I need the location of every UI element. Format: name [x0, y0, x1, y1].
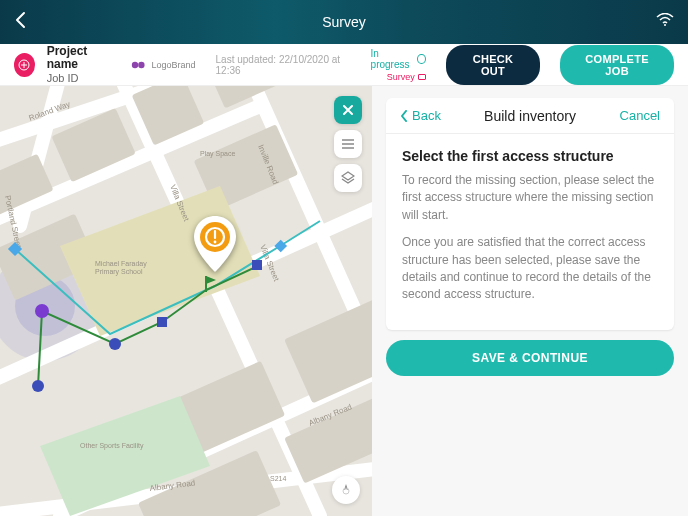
svg-rect-33 — [252, 260, 262, 270]
save-continue-button[interactable]: SAVE & CONTINUE — [386, 340, 674, 376]
svg-point-0 — [664, 24, 666, 26]
card-title: Build inventory — [484, 108, 576, 124]
inventory-card: Back Build inventory Cancel Select the f… — [386, 98, 674, 330]
wifi-icon — [656, 13, 674, 31]
map-controls — [334, 96, 362, 192]
map-close-button[interactable] — [334, 96, 362, 124]
last-updated: Last updated: 22/10/2020 at 12:36 — [216, 54, 347, 76]
card-header: Back Build inventory Cancel — [386, 98, 674, 134]
cancel-button[interactable]: Cancel — [620, 108, 660, 123]
poi-label: S214 — [270, 475, 286, 482]
map-list-button[interactable] — [334, 130, 362, 158]
body-para-1: To record the missing section, please se… — [402, 172, 658, 224]
svg-marker-43 — [342, 172, 354, 180]
map-panel[interactable]: Roland Way Portland Street Villa Street … — [0, 86, 372, 516]
chevron-left-icon — [400, 110, 408, 122]
brand-logo-icon — [131, 60, 147, 70]
body-heading: Select the first access structure — [402, 148, 658, 164]
page-title: Survey — [0, 14, 688, 30]
status-secondary: Survey — [387, 72, 426, 82]
back-button[interactable]: Back — [400, 108, 441, 123]
map-svg: Roland Way Portland Street Villa Street … — [0, 86, 372, 516]
poi-label: Michael FaradayPrimary School — [95, 260, 147, 276]
svg-point-30 — [32, 380, 44, 392]
svg-point-29 — [35, 304, 49, 318]
progress-icon — [417, 54, 426, 64]
status-column: In progress Survey — [371, 48, 426, 82]
check-out-button[interactable]: CHECK OUT — [446, 45, 541, 85]
map-layers-button[interactable] — [334, 164, 362, 192]
envelope-icon — [418, 74, 426, 80]
status-primary: In progress — [371, 48, 426, 70]
svg-point-31 — [109, 338, 121, 350]
card-body: Select the first access structure To rec… — [386, 134, 674, 330]
brand-text: LogoBrand — [151, 60, 195, 70]
complete-job-button[interactable]: COMPLETE JOB — [560, 45, 674, 85]
project-name: Project name — [47, 45, 112, 71]
poi-label: Play Space — [200, 150, 236, 158]
status-secondary-text: Survey — [387, 72, 415, 82]
status-primary-text: In progress — [371, 48, 413, 70]
brand: LogoBrand — [131, 60, 195, 70]
project-text: Project name Job ID — [47, 45, 112, 83]
body-para-2: Once you are satisfied that the correct … — [402, 234, 658, 304]
job-id: Job ID — [47, 72, 112, 84]
top-bar: Survey — [0, 0, 688, 44]
side-panel: Back Build inventory Cancel Select the f… — [372, 86, 688, 516]
back-label: Back — [412, 108, 441, 123]
map-locate-button[interactable] — [332, 476, 360, 504]
poi-label: Other Sports Facility — [80, 442, 144, 450]
project-info-strip: Project name Job ID LogoBrand Last updat… — [0, 44, 688, 86]
svg-point-2 — [132, 61, 138, 67]
svg-point-3 — [139, 61, 145, 67]
svg-marker-44 — [344, 484, 348, 490]
svg-rect-32 — [157, 317, 167, 327]
svg-point-39 — [214, 241, 217, 244]
map-pin-icon[interactable] — [194, 216, 236, 276]
main-area: Roland Way Portland Street Villa Street … — [0, 86, 688, 516]
project-icon — [14, 53, 35, 77]
